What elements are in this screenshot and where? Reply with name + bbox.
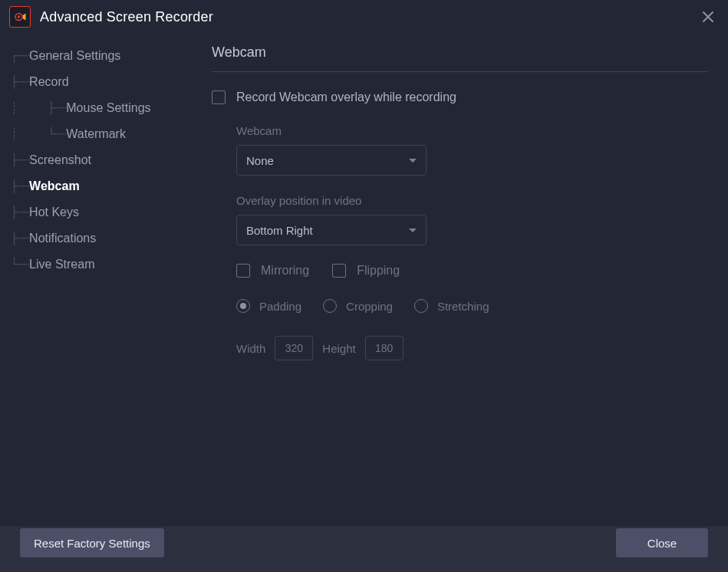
webcam-select-value: None: [246, 154, 274, 167]
sidebar-item-label: Webcam: [29, 180, 80, 192]
sidebar-item-label: Mouse Settings: [66, 102, 150, 114]
width-label: Width: [236, 342, 265, 355]
window-title: Advanced Screen Recorder: [40, 9, 213, 25]
titlebar: Advanced Screen Recorder: [0, 0, 728, 34]
content-panel: Webcam Record Webcam overlay while recor…: [192, 34, 728, 526]
sidebar-item-webcam[interactable]: ├┄┄Webcam: [11, 173, 192, 199]
sidebar-item-label: Screenshot: [29, 154, 91, 166]
close-icon[interactable]: [697, 6, 719, 28]
page-title: Webcam: [212, 44, 708, 61]
sidebar-item-label: Watermark: [66, 128, 126, 140]
svg-point-1: [18, 15, 20, 18]
webcam-field-label: Webcam: [236, 124, 708, 137]
mirroring-label: Mirroring: [261, 264, 309, 278]
flipping-label: Flipping: [357, 264, 400, 278]
overlay-position-select[interactable]: Bottom Right: [236, 215, 427, 245]
webcam-select[interactable]: None: [236, 145, 427, 176]
stretching-label: Stretching: [437, 300, 489, 313]
chevron-down-icon: [409, 159, 417, 163]
sidebar-item-label: General Settings: [29, 50, 120, 62]
flipping-checkbox[interactable]: [332, 264, 346, 278]
record-overlay-checkbox[interactable]: [212, 90, 226, 104]
chevron-down-icon: [409, 228, 417, 232]
sidebar-item-record[interactable]: ├┄┄Record: [11, 69, 192, 95]
sidebar-item-label: Live Stream: [29, 258, 94, 271]
reset-factory-button[interactable]: Reset Factory Settings: [20, 528, 164, 557]
cropping-radio[interactable]: [323, 299, 337, 313]
sidebar-item-label: Notifications: [29, 232, 96, 245]
sidebar-item-general-settings[interactable]: ┌┄┄General Settings: [11, 43, 192, 69]
height-label: Height: [322, 342, 355, 355]
cropping-label: Cropping: [346, 300, 393, 313]
height-input[interactable]: [365, 336, 404, 360]
sidebar-item-mouse-settings[interactable]: ┊ ├┄┄Mouse Settings: [11, 95, 192, 121]
mirroring-checkbox[interactable]: [236, 264, 250, 278]
sidebar-item-label: Hot Keys: [29, 206, 79, 219]
overlay-position-label: Overlay position in video: [236, 194, 708, 207]
divider: [212, 71, 708, 72]
close-button[interactable]: Close: [616, 528, 708, 557]
sidebar-item-watermark[interactable]: ┊ └┄┄Watermark: [11, 121, 192, 147]
padding-label: Padding: [259, 300, 301, 313]
sidebar-item-live-stream[interactable]: └┄┄Live Stream: [11, 251, 192, 278]
overlay-position-value: Bottom Right: [246, 224, 313, 237]
sidebar-item-hot-keys[interactable]: ├┄┄Hot Keys: [11, 199, 192, 225]
app-icon: [9, 6, 31, 28]
stretching-radio[interactable]: [414, 299, 428, 313]
sidebar-item-screenshot[interactable]: ├┄┄Screenshot: [11, 147, 192, 173]
footer: Reset Factory Settings Close: [0, 526, 728, 572]
width-input[interactable]: [275, 336, 313, 360]
record-overlay-label: Record Webcam overlay while recording: [236, 90, 456, 104]
sidebar-item-label: Record: [29, 76, 69, 88]
sidebar-item-notifications[interactable]: ├┄┄Notifications: [11, 225, 192, 251]
sidebar: ┌┄┄General Settings ├┄┄Record ┊ ├┄┄Mouse…: [0, 34, 192, 526]
padding-radio[interactable]: [236, 299, 250, 313]
